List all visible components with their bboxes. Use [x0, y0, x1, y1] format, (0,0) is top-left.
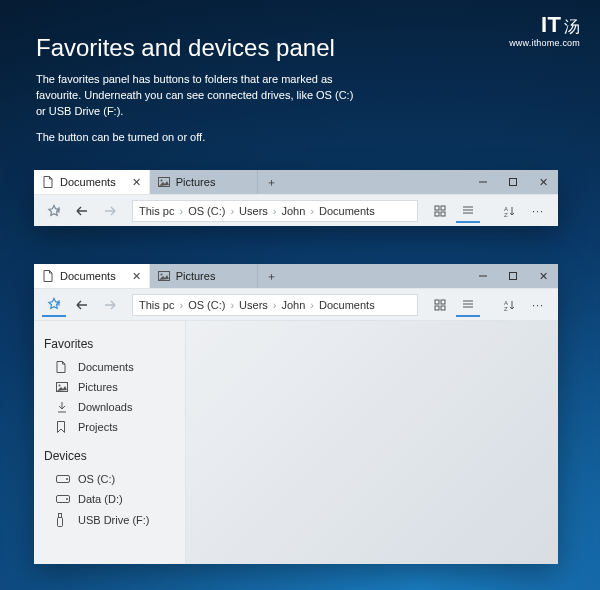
sidebar-devices-heading: Devices [44, 449, 185, 463]
tab-label: Documents [60, 270, 116, 282]
drive-icon [56, 475, 68, 483]
sidebar: Favorites Documents Pictures Downloads [34, 321, 186, 564]
sort-button[interactable]: AZ [498, 293, 522, 317]
forward-button[interactable] [98, 293, 122, 317]
svg-rect-40 [59, 514, 62, 518]
page-description-1: The favorites panel has buttons to folde… [36, 72, 356, 120]
picture-icon [158, 177, 170, 187]
svg-rect-39 [58, 518, 63, 527]
svg-point-36 [66, 478, 68, 480]
tab-documents[interactable]: Documents ✕ [34, 264, 150, 288]
tab-pictures[interactable]: Pictures [150, 170, 258, 194]
watermark-url: www.ithome.com [509, 38, 580, 48]
minimize-button[interactable] [468, 264, 498, 288]
breadcrumb[interactable]: This pc› OS (C:)› Users› John› Documents [139, 299, 375, 311]
sidebar-item-label: USB Drive (F:) [78, 514, 150, 526]
breadcrumb[interactable]: This pc› OS (C:)› Users› John› Documents [139, 205, 375, 217]
maximize-button[interactable] [498, 264, 528, 288]
svg-point-33 [59, 385, 61, 387]
sidebar-item-drive-usb[interactable]: USB Drive (F:) [46, 509, 185, 531]
document-icon [42, 270, 54, 282]
sidebar-item-label: Downloads [78, 401, 132, 413]
address-bar[interactable]: This pc› OS (C:)› Users› John› Documents [132, 294, 418, 316]
toolbar: This pc› OS (C:)› Users› John› Documents… [34, 194, 558, 226]
svg-rect-25 [435, 306, 439, 310]
new-tab-button[interactable]: ＋ [258, 264, 286, 288]
close-window-button[interactable]: ✕ [528, 264, 558, 288]
grid-view-button[interactable] [428, 293, 452, 317]
usb-icon [56, 513, 68, 527]
close-window-button[interactable]: ✕ [528, 170, 558, 194]
page-title: Favorites and devices panel [36, 34, 356, 62]
close-icon[interactable]: ✕ [122, 176, 141, 189]
watermark-logo: IT汤 [509, 14, 580, 36]
picture-icon [56, 382, 68, 392]
new-tab-button[interactable]: ＋ [258, 170, 286, 194]
download-icon [56, 401, 68, 413]
svg-rect-24 [441, 300, 445, 304]
svg-point-38 [66, 498, 68, 500]
toolbar: This pc› OS (C:)› Users› John› Documents… [34, 288, 558, 320]
tabstrip: Documents ✕ Pictures ＋ ✕ [34, 170, 558, 194]
svg-rect-9 [435, 212, 439, 216]
document-icon [42, 176, 54, 188]
tab-label: Pictures [176, 270, 216, 282]
sidebar-item-label: Data (D:) [78, 493, 123, 505]
watermark: IT汤 www.ithome.com [509, 14, 580, 48]
back-button[interactable] [70, 293, 94, 317]
drive-icon [56, 495, 68, 503]
sort-button[interactable]: AZ [498, 199, 522, 223]
sidebar-favorites-heading: Favorites [44, 337, 185, 351]
explorer-body: Favorites Documents Pictures Downloads [34, 320, 558, 564]
svg-rect-3 [510, 179, 517, 186]
svg-rect-23 [435, 300, 439, 304]
favorites-toggle-button[interactable] [42, 199, 66, 223]
sidebar-item-label: OS (C:) [78, 473, 115, 485]
sidebar-item-label: Pictures [78, 381, 118, 393]
more-button[interactable]: ··· [526, 293, 550, 317]
headline-block: Favorites and devices panel The favorite… [36, 34, 356, 156]
sidebar-item-label: Documents [78, 361, 134, 373]
tabstrip: Documents ✕ Pictures ＋ ✕ [34, 264, 558, 288]
svg-text:Z: Z [504, 212, 508, 217]
sidebar-item-label: Projects [78, 421, 118, 433]
list-view-button[interactable] [456, 199, 480, 223]
maximize-button[interactable] [498, 170, 528, 194]
back-button[interactable] [70, 199, 94, 223]
sidebar-item-drive-os[interactable]: OS (C:) [46, 469, 185, 489]
address-bar[interactable]: This pc› OS (C:)› Users› John› Documents [132, 200, 418, 222]
content-pane [186, 321, 558, 564]
svg-rect-8 [441, 206, 445, 210]
bookmark-icon [56, 421, 68, 433]
tab-pictures[interactable]: Pictures [150, 264, 258, 288]
picture-icon [158, 271, 170, 281]
sidebar-item-downloads[interactable]: Downloads [46, 397, 185, 417]
svg-rect-26 [441, 306, 445, 310]
svg-rect-19 [510, 273, 517, 280]
minimize-button[interactable] [468, 170, 498, 194]
forward-button[interactable] [98, 199, 122, 223]
more-button[interactable]: ··· [526, 199, 550, 223]
close-icon[interactable]: ✕ [122, 270, 141, 283]
file-explorer-expanded: Documents ✕ Pictures ＋ ✕ [34, 264, 558, 564]
sidebar-item-drive-data[interactable]: Data (D:) [46, 489, 185, 509]
file-explorer-collapsed: Documents ✕ Pictures ＋ ✕ [34, 170, 558, 226]
tab-documents[interactable]: Documents ✕ [34, 170, 150, 194]
sidebar-item-projects[interactable]: Projects [46, 417, 185, 437]
document-icon [56, 361, 68, 373]
grid-view-button[interactable] [428, 199, 452, 223]
page-description-2: The button can be turned on or off. [36, 130, 356, 146]
list-view-button[interactable] [456, 293, 480, 317]
tab-label: Pictures [176, 176, 216, 188]
svg-rect-10 [441, 212, 445, 216]
sidebar-item-pictures[interactable]: Pictures [46, 377, 185, 397]
tab-label: Documents [60, 176, 116, 188]
svg-text:Z: Z [504, 306, 508, 311]
sidebar-item-documents[interactable]: Documents [46, 357, 185, 377]
favorites-toggle-button[interactable] [42, 293, 66, 317]
svg-rect-7 [435, 206, 439, 210]
svg-point-1 [160, 180, 162, 182]
svg-point-17 [160, 274, 162, 276]
